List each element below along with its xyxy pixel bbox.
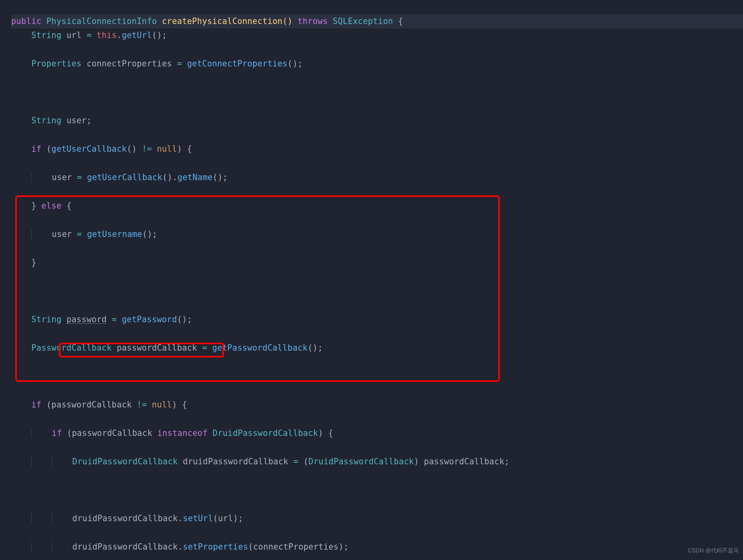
code-line: druidPasswordCallback.setUrl(url); [11,512,743,526]
code-line-blank [11,85,743,100]
code-line: if (getUserCallback() != null) { [11,142,743,157]
code-editor[interactable]: public PhysicalConnectionInfo createPhys… [0,0,743,560]
code-line: user = getUsername(); [11,227,743,242]
code-line-blank [11,284,743,299]
code-line: String user; [11,114,743,128]
code-line: if (passwordCallback != null) { [11,398,743,412]
code-line: } [11,256,743,270]
watermark: CSDN @代码不是马 [688,544,739,558]
code-line: String url = this.getUrl(); [11,28,743,43]
code-line: } else { [11,199,743,213]
code-line: DruidPasswordCallback druidPasswordCallb… [11,455,743,469]
code-line: PasswordCallback passwordCallback = getP… [11,341,743,355]
code-line: user = getUserCallback().getName(); [11,171,743,185]
code-line-blank [11,369,743,384]
code-line: if (passwordCallback instanceof DruidPas… [11,426,743,441]
code-line-signature: public PhysicalConnectionInfo createPhys… [11,14,743,29]
code-line: String password = getPassword(); [11,313,743,327]
code-line: druidPasswordCallback.setProperties(conn… [11,540,743,554]
code-line-blank [11,483,743,498]
code-line: Properties connectProperties = getConnec… [11,57,743,71]
